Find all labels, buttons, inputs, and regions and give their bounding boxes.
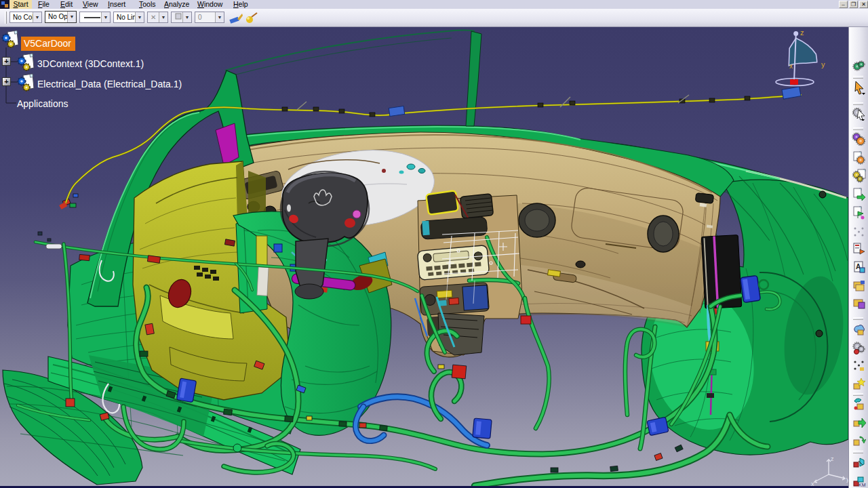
svg-text:z: z (831, 455, 834, 462)
svg-text:x: x (789, 62, 793, 70)
svg-text:y: y (821, 60, 825, 68)
svg-text:z: z (800, 28, 804, 37)
svg-text:x: x (811, 481, 814, 486)
svg-text:KM: KM (859, 483, 866, 487)
